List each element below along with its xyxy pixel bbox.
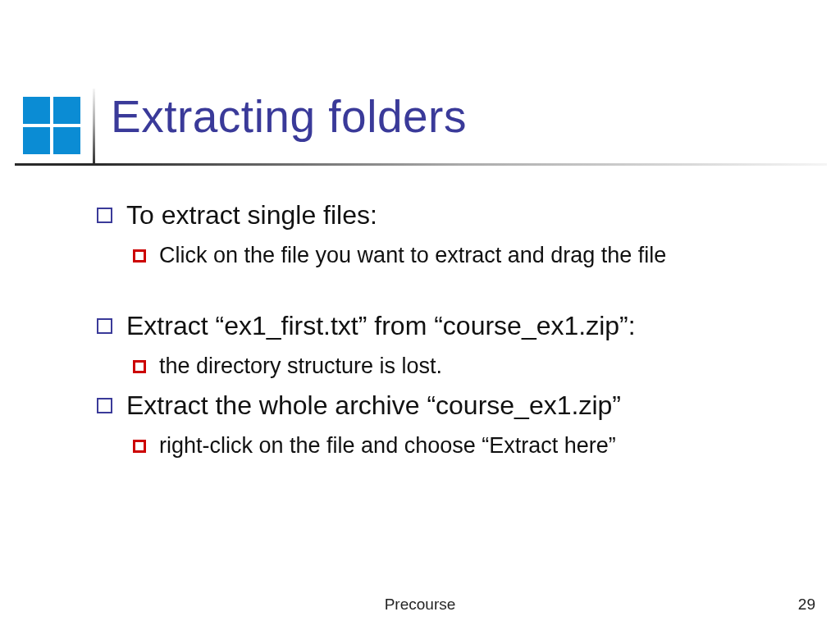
bullet-level2: right-click on the file and choose “Extr… xyxy=(133,431,802,460)
bullet-level2: the directory structure is lost. xyxy=(133,352,802,381)
slide-body: To extract single files: Click on the fi… xyxy=(97,199,802,468)
bullet-level1: Extract “ex1_first.txt” from “course_ex1… xyxy=(97,309,802,342)
slide-title: Extracting folders xyxy=(111,90,467,143)
bullet-level1: Extract the whole archive “course_ex1.zi… xyxy=(97,389,802,422)
footer-label: Precourse xyxy=(0,596,840,614)
bullet-level1: To extract single files: xyxy=(97,199,802,231)
title-divider-vertical xyxy=(93,89,95,166)
title-divider-horizontal xyxy=(15,163,827,166)
windows-logo-icon xyxy=(23,97,82,156)
bullet-level2: Click on the file you want to extract an… xyxy=(133,241,802,270)
page-number: 29 xyxy=(798,596,815,614)
slide: Extracting folders To extract single fil… xyxy=(0,0,840,630)
